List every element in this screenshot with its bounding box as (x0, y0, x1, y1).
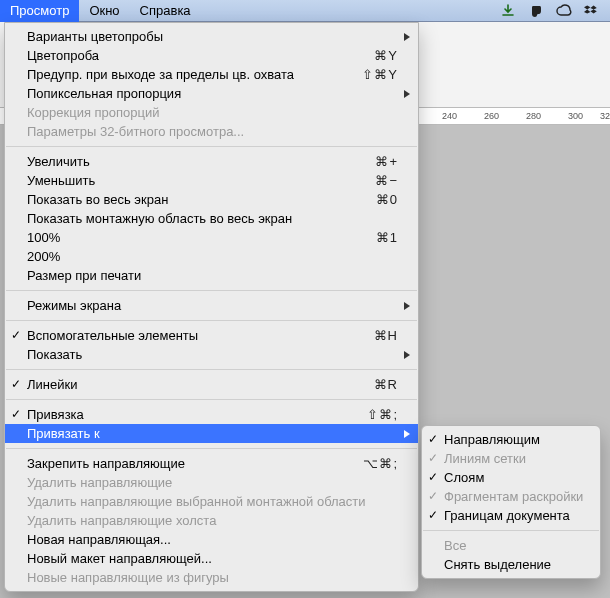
creative-cloud-icon[interactable] (556, 4, 572, 18)
submenu-слоям[interactable]: ✓Слоям (422, 468, 600, 487)
menu-separator (6, 399, 417, 400)
dropbox-icon[interactable] (584, 4, 600, 18)
menu-item-label: Удалить направляющие выбранной монтажной… (27, 494, 366, 509)
menu-item-label: Увеличить (27, 154, 90, 169)
menu-размер-при-печати[interactable]: Размер при печати (5, 266, 418, 285)
submenu-все: Все (422, 536, 600, 555)
view-menu: Варианты цветопробыЦветопроба⌘YПредупр. … (4, 22, 419, 592)
snap-to-submenu: ✓Направляющим✓Линиям сетки✓Слоям✓Фрагмен… (421, 425, 601, 579)
download-icon[interactable] (500, 4, 516, 18)
menu-100[interactable]: 100%⌘1 (5, 228, 418, 247)
menu-item-label: Линейки (27, 377, 77, 392)
menu-параметры-32-битного-просмотра: Параметры 32-битного просмотра... (5, 122, 418, 141)
submenu-линиям-сетки: ✓Линиям сетки (422, 449, 600, 468)
menu-item-label: Параметры 32-битного просмотра... (27, 124, 244, 139)
menu-item-label: Коррекция пропорций (27, 105, 160, 120)
check-icon: ✓ (428, 508, 438, 522)
menu-вспомогательные-элементы[interactable]: ✓Вспомогательные элементы⌘H (5, 326, 418, 345)
menu-увеличить[interactable]: Увеличить⌘+ (5, 152, 418, 171)
submenu-фрагментам-раскройки: ✓Фрагментам раскройки (422, 487, 600, 506)
menu-новые-направляющие-из-фигуры: Новые направляющие из фигуры (5, 568, 418, 587)
menu-item-label: Новые направляющие из фигуры (27, 570, 229, 585)
menu-separator (6, 290, 417, 291)
menu-item-label: Слоям (444, 470, 484, 485)
menu-предупр-при-выходе-за-пределы-цв-охвата[interactable]: Предупр. при выходе за пределы цв. охват… (5, 65, 418, 84)
menu-item-label: Привязать к (27, 426, 100, 441)
menu-item-label: Новый макет направляющей... (27, 551, 212, 566)
menu-варианты-цветопробы[interactable]: Варианты цветопробы (5, 27, 418, 46)
menu-item-label: Попиксельная пропорция (27, 86, 181, 101)
menu-удалить-направляющие-холста: Удалить направляющие холста (5, 511, 418, 530)
menu-item-shortcut: ⌘1 (376, 230, 398, 245)
menu-закрепить-направляющие[interactable]: Закрепить направляющие⌥⌘; (5, 454, 418, 473)
menu-item-shortcut: ⇧⌘; (367, 407, 398, 422)
chevron-right-icon (404, 351, 410, 359)
menu-item-label: Закрепить направляющие (27, 456, 185, 471)
menu-item-label: Линиям сетки (444, 451, 526, 466)
menu-item-shortcut: ⌘R (374, 377, 398, 392)
check-icon: ✓ (428, 451, 438, 465)
menu-уменьшить[interactable]: Уменьшить⌘− (5, 171, 418, 190)
menu-item-label: Вспомогательные элементы (27, 328, 198, 343)
menu-item-label: Привязка (27, 407, 84, 422)
menu-линейки[interactable]: ✓Линейки⌘R (5, 375, 418, 394)
menu-показать-во-весь-экран[interactable]: Показать во весь экран⌘0 (5, 190, 418, 209)
menu-удалить-направляющие: Удалить направляющие (5, 473, 418, 492)
menu-item-label: 100% (27, 230, 60, 245)
menu-item-label: Новая направляющая... (27, 532, 171, 547)
menu-item-shortcut: ⌘Y (374, 48, 398, 63)
evernote-icon[interactable] (528, 4, 544, 18)
menu-показать[interactable]: Показать (5, 345, 418, 364)
check-icon: ✓ (11, 328, 21, 342)
menu-item-label: Варианты цветопробы (27, 29, 163, 44)
menu-item-shortcut: ⌘+ (375, 154, 398, 169)
menu-item-label: Показать во весь экран (27, 192, 168, 207)
menu-цветопроба[interactable]: Цветопроба⌘Y (5, 46, 418, 65)
menu-новый-макет-направляющей[interactable]: Новый макет направляющей... (5, 549, 418, 568)
submenu-границам-документа[interactable]: ✓Границам документа (422, 506, 600, 525)
chevron-right-icon (404, 302, 410, 310)
menubar-item-help[interactable]: Справка (130, 0, 201, 22)
menu-separator (6, 448, 417, 449)
menu-показать-монтажную-область-во-весь-экран[interactable]: Показать монтажную область во весь экран (5, 209, 418, 228)
menubar-item-view[interactable]: Просмотр (0, 0, 79, 22)
menu-item-shortcut: ⌘− (375, 173, 398, 188)
menu-item-label: Предупр. при выходе за пределы цв. охват… (27, 67, 294, 82)
menu-привязать-к[interactable]: Привязать к (5, 424, 418, 443)
menu-item-label: Цветопроба (27, 48, 99, 63)
check-icon: ✓ (428, 432, 438, 446)
menu-item-shortcut: ⌥⌘; (363, 456, 398, 471)
menu-item-label: Удалить направляющие (27, 475, 172, 490)
menu-item-label: 200% (27, 249, 60, 264)
menu-item-shortcut: ⇧⌘Y (362, 67, 398, 82)
menu-item-label: Уменьшить (27, 173, 95, 188)
menu-item-label: Фрагментам раскройки (444, 489, 583, 504)
check-icon: ✓ (11, 407, 21, 421)
menu-item-label: Показать (27, 347, 82, 362)
menu-item-label: Снять выделение (444, 557, 551, 572)
menu-привязка[interactable]: ✓Привязка⇧⌘; (5, 405, 418, 424)
check-icon: ✓ (428, 489, 438, 503)
check-icon: ✓ (11, 377, 21, 391)
menubar: Просмотр Окно Справка (0, 0, 610, 22)
menu-режимы-экрана[interactable]: Режимы экрана (5, 296, 418, 315)
menu-item-shortcut: ⌘H (374, 328, 398, 343)
menu-separator (6, 320, 417, 321)
menu-item-label: Показать монтажную область во весь экран (27, 211, 292, 226)
menu-item-label: Все (444, 538, 466, 553)
menu-separator (423, 530, 599, 531)
menu-item-shortcut: ⌘0 (376, 192, 398, 207)
menu-item-label: Размер при печати (27, 268, 141, 283)
menu-новая-направляющая[interactable]: Новая направляющая... (5, 530, 418, 549)
menu-separator (6, 369, 417, 370)
menubar-item-window[interactable]: Окно (79, 0, 129, 22)
submenu-направляющим[interactable]: ✓Направляющим (422, 430, 600, 449)
menu-200[interactable]: 200% (5, 247, 418, 266)
check-icon: ✓ (428, 470, 438, 484)
menu-попиксельная-пропорция[interactable]: Попиксельная пропорция (5, 84, 418, 103)
submenu-снять-выделение[interactable]: Снять выделение (422, 555, 600, 574)
menu-коррекция-пропорций: Коррекция пропорций (5, 103, 418, 122)
menu-item-label: Направляющим (444, 432, 540, 447)
menu-удалить-направляющие-выбранной-монтажной: Удалить направляющие выбранной монтажной… (5, 492, 418, 511)
menu-item-label: Границам документа (444, 508, 570, 523)
